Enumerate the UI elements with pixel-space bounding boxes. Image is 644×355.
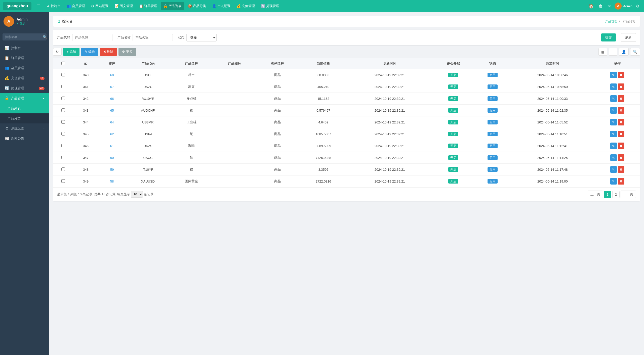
sort-link[interactable]: 59 — [110, 168, 114, 171]
row-delete-button[interactable]: ✖ — [618, 143, 624, 149]
row-delete-button[interactable]: ✖ — [618, 119, 624, 125]
sidebar-item-product-list[interactable]: 产品列表 — [0, 103, 49, 113]
fullscreen-icon[interactable]: ✕ — [606, 3, 613, 10]
row-checkbox[interactable] — [53, 105, 73, 116]
column-settings-button[interactable]: 👤 — [619, 48, 629, 56]
sidebar-item-product-cat[interactable]: 产品分类 — [0, 113, 49, 123]
search-input[interactable] — [5, 35, 43, 39]
sort-link[interactable]: 64 — [110, 120, 114, 124]
sidebar-item-news[interactable]: 📰 新闻公告 — [0, 134, 49, 144]
row-delete-button[interactable]: ✖ — [618, 83, 624, 90]
sidebar-item-recharge[interactable]: 💰 充值管理 0 — [0, 73, 49, 83]
product-name-input[interactable] — [133, 34, 173, 41]
row-checkbox[interactable] — [53, 116, 73, 128]
per-page-select[interactable]: 10 20 50 — [131, 191, 143, 198]
sidebar-item-members[interactable]: 👥 会员管理 — [0, 63, 49, 73]
row-select-checkbox[interactable] — [61, 156, 65, 159]
row-delete-button[interactable]: ✖ — [618, 178, 624, 185]
row-checkbox[interactable] — [53, 175, 73, 187]
nav-personal[interactable]: 👤个人配置 — [210, 2, 233, 10]
row-checkbox[interactable] — [53, 164, 73, 175]
nav-orders[interactable]: 📋订单管理 — [136, 2, 160, 10]
row-edit-button[interactable]: ✎ — [610, 72, 617, 78]
row-select-checkbox[interactable] — [61, 132, 65, 136]
row-checkbox[interactable] — [53, 140, 73, 152]
row-edit-button[interactable]: ✎ — [610, 95, 617, 102]
nav-withdraw[interactable]: 🔄提现管理 — [258, 2, 282, 10]
sort-link[interactable]: 58 — [110, 180, 114, 183]
home-icon[interactable]: 🏠 — [587, 3, 595, 10]
row-delete-button[interactable]: ✖ — [618, 154, 624, 161]
select-all-header[interactable] — [53, 58, 73, 69]
row-edit-button[interactable]: ✎ — [610, 166, 617, 173]
row-select-checkbox[interactable] — [61, 108, 65, 112]
sidebar-item-system[interactable]: ⚙ 系统设置 ‹ — [0, 123, 49, 134]
row-delete-button[interactable]: ✖ — [618, 95, 624, 102]
refresh-icon-button[interactable]: ↻ — [53, 48, 62, 56]
row-delete-button[interactable]: ✖ — [618, 166, 624, 173]
row-delete-button[interactable]: ✖ — [618, 107, 624, 114]
row-edit-button[interactable]: ✎ — [610, 154, 617, 161]
sort-link[interactable]: 66 — [110, 97, 114, 101]
table-view-button[interactable]: ▦ — [598, 48, 607, 56]
row-select-checkbox[interactable] — [61, 144, 65, 147]
sidebar-item-dashboard[interactable]: 📊 控制台 — [0, 43, 49, 53]
row-select-checkbox[interactable] — [61, 97, 65, 100]
delete-button[interactable]: ✖ 删除 — [100, 48, 117, 56]
row-edit-button[interactable]: ✎ — [610, 119, 617, 125]
nav-dashboard[interactable]: 🖥控制台 — [44, 2, 63, 10]
page-2-button[interactable]: 2 — [612, 191, 620, 198]
sidebar-search-bar[interactable]: 🔍 — [3, 33, 47, 40]
sort-link[interactable]: 67 — [110, 85, 114, 89]
row-checkbox[interactable] — [53, 128, 73, 140]
row-edit-button[interactable]: ✎ — [610, 107, 617, 114]
row-select-checkbox[interactable] — [61, 85, 65, 88]
breadcrumb-link-product-mgmt[interactable]: 产品管理 — [605, 20, 617, 23]
search-filter-button[interactable]: 🔍 — [630, 48, 640, 56]
next-page-button[interactable]: 下一页 — [621, 191, 636, 198]
settings-icon[interactable]: ⚙ — [634, 3, 641, 10]
grid-view-button[interactable]: ⊞ — [609, 48, 617, 56]
sort-link[interactable]: 62 — [110, 132, 114, 136]
row-select-checkbox[interactable] — [61, 179, 65, 183]
submit-button[interactable]: 提交 — [601, 33, 616, 41]
row-edit-button[interactable]: ✎ — [610, 143, 617, 149]
row-edit-button[interactable]: ✎ — [610, 178, 617, 185]
row-edit-button[interactable]: ✎ — [610, 131, 617, 137]
sort-link[interactable]: 61 — [110, 144, 114, 148]
row-checkbox[interactable] — [53, 81, 73, 93]
sort-link[interactable]: 65 — [110, 109, 114, 112]
delete-icon[interactable]: 🗑 — [597, 3, 604, 9]
row-select-checkbox[interactable] — [61, 167, 65, 171]
sidebar-item-withdraw[interactable]: 🔄 提现管理 45 — [0, 83, 49, 93]
row-delete-button[interactable]: ✖ — [618, 72, 624, 78]
nav-product-cat[interactable]: 📦产品分类 — [185, 2, 209, 10]
select-all-checkbox[interactable] — [61, 62, 65, 65]
page-1-button[interactable]: 1 — [604, 191, 611, 198]
edit-button[interactable]: ✎ 编辑 — [81, 48, 98, 56]
more-button[interactable]: ⚙ 更多 — [118, 48, 136, 56]
prev-page-button[interactable]: 上一页 — [588, 191, 603, 198]
add-button[interactable]: + 添加 — [63, 48, 79, 56]
refresh-button[interactable]: 刷新 — [621, 33, 636, 42]
nav-site-config[interactable]: ⚙网站配置 — [89, 2, 111, 10]
nav-recharge[interactable]: 💰充值管理 — [234, 2, 257, 10]
nav-members[interactable]: 👥会员管理 — [64, 2, 88, 10]
sidebar-item-orders[interactable]: 📋 订单管理 — [0, 53, 49, 63]
row-select-checkbox[interactable] — [61, 120, 65, 124]
sort-link[interactable]: 68 — [110, 73, 114, 77]
row-checkbox[interactable] — [53, 152, 73, 164]
admin-info[interactable]: A Admin — [615, 3, 632, 10]
nav-article[interactable]: 📝图文管理 — [112, 2, 135, 10]
status-select[interactable]: 选择 开启 关闭 — [186, 34, 217, 41]
nav-products[interactable]: 🔒产品列表 — [161, 2, 184, 10]
nav-menu-toggle[interactable]: ☰ — [34, 3, 43, 10]
product-code-input[interactable] — [72, 34, 112, 41]
row-checkbox[interactable] — [53, 69, 73, 81]
row-select-checkbox[interactable] — [61, 73, 65, 76]
sort-link[interactable]: 60 — [110, 156, 114, 160]
search-icon[interactable]: 🔍 — [43, 35, 47, 39]
row-delete-button[interactable]: ✖ — [618, 131, 624, 137]
row-edit-button[interactable]: ✎ — [610, 83, 617, 90]
row-checkbox[interactable] — [53, 93, 73, 105]
